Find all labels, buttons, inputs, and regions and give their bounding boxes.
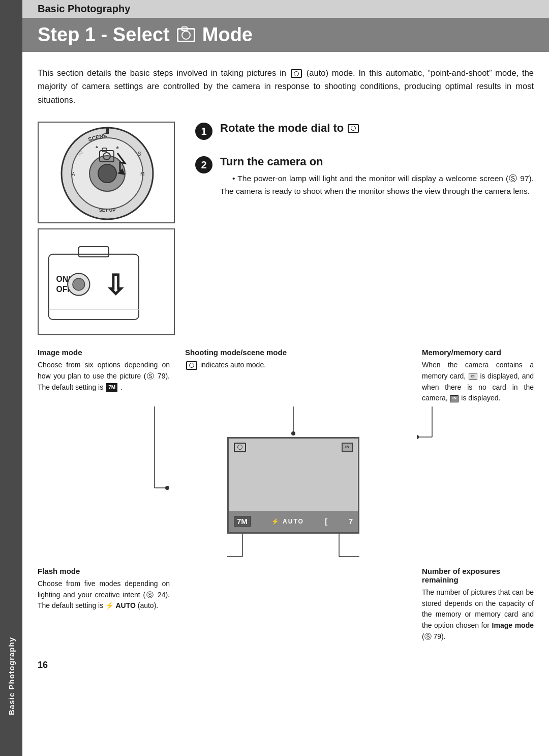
step-1-content: Rotate the mode dial to — [220, 122, 534, 139]
svg-point-29 — [291, 431, 295, 435]
middle-annotation-row: IN 7M ⚡ AUTO [ 7 — [38, 406, 534, 564]
number-title: Number of exposures remaining — [422, 567, 534, 584]
display-number: 7 — [349, 517, 353, 526]
main-content: Basic Photography Step 1 - Select Mode T… — [22, 0, 549, 756]
svg-text:M: M — [140, 171, 144, 177]
memory-area: Memory/memory card When the camera conta… — [417, 348, 534, 404]
onoff-svg: ON/ OFF ⇩ — [39, 228, 174, 335]
svg-point-36 — [417, 435, 419, 439]
memory-card-icon: ▭ — [469, 373, 477, 380]
svg-point-3 — [98, 164, 116, 183]
svg-text:P: P — [79, 151, 83, 157]
svg-text:S: S — [138, 151, 141, 157]
intro-paragraph: This section details the basic steps inv… — [38, 66, 534, 106]
center-spacer — [170, 567, 417, 642]
image-mode-body: Choose from six options depending on how… — [38, 360, 170, 393]
right-connector-svg — [417, 406, 534, 508]
camera-mode-icon-title — [177, 28, 195, 42]
svg-text:A: A — [72, 171, 75, 177]
camera-lcd-display: IN 7M ⚡ AUTO [ 7 — [227, 437, 359, 534]
camera-icon-inline-intro — [291, 69, 302, 78]
top-annotation-row: Image mode Choose from six options depen… — [38, 348, 534, 404]
memory-body: When the camera contains a memory card, … — [422, 360, 534, 404]
camera-onoff-diagram: ON/ OFF ⇩ — [38, 228, 175, 335]
images-column: SCENE SET UP P S A M — [38, 122, 180, 335]
svg-text:SET UP: SET UP — [99, 208, 116, 213]
step-2: 2 Turn the camera on • The power-on lamp… — [195, 155, 534, 198]
steps-section: SCENE SET UP P S A M — [22, 117, 549, 340]
display-bracket-left: [ — [325, 517, 327, 526]
intro-section: This section details the basic steps inv… — [22, 52, 549, 117]
svg-text:♣: ♣ — [116, 145, 119, 150]
shoot-mode-body: indicates auto mode. — [185, 360, 417, 371]
display-flash-value: ⚡ AUTO — [271, 518, 304, 525]
step-title: Step 1 - Select Mode — [38, 24, 253, 46]
step-2-body: • The power-on lamp will light and the m… — [220, 172, 534, 198]
flash-mode-title: Flash mode — [38, 567, 170, 575]
top-connector-svg — [227, 406, 359, 437]
mode-dial-diagram: SCENE SET UP P S A M — [38, 122, 175, 223]
camera-icon-step1 — [348, 124, 359, 133]
display-7m-value: 7M — [234, 516, 251, 527]
header-section: Basic Photography — [22, 0, 549, 18]
page-container: Basic Photography Basic Photography Step… — [0, 0, 549, 756]
display-bottom-bar: 7M ⚡ AUTO [ 7 — [229, 511, 358, 532]
internal-memory-icon: IN — [450, 395, 459, 402]
flash-mode-area: Flash mode Choose from five modes depend… — [38, 567, 170, 642]
display-inner: IN 7M ⚡ AUTO [ 7 — [229, 439, 358, 532]
sidebar-label: Basic Photography — [7, 637, 16, 715]
step-2-number: 2 — [195, 156, 212, 173]
shoot-mode-area: Shooting mode/scene mode indicates auto … — [170, 348, 417, 404]
svg-rect-14 — [106, 127, 109, 134]
bottom-annotation-row: Flash mode Choose from five modes depend… — [38, 567, 534, 642]
page-number: 16 — [22, 650, 549, 681]
svg-text:⇩: ⇩ — [104, 270, 127, 300]
step-1: 1 Rotate the mode dial to — [195, 122, 534, 140]
annotation-layout: Image mode Choose from six options depen… — [22, 340, 549, 650]
step-2-content: Turn the camera on • The power-on lamp w… — [220, 155, 534, 198]
image-mode-title: Image mode — [38, 348, 170, 357]
steps-column: 1 Rotate the mode dial to 2 Turn the cam… — [195, 122, 534, 213]
step-2-heading: Turn the camera on — [220, 155, 534, 168]
bottom-connector-svg — [227, 534, 359, 564]
display-camera-icon — [234, 443, 246, 452]
svg-point-21 — [73, 278, 85, 290]
right-connector-area — [417, 406, 534, 508]
left-connector-area — [38, 406, 170, 508]
image-mode-spacer: Image mode Choose from six options depen… — [38, 348, 170, 404]
7m-icon-text: 7M — [106, 383, 117, 392]
camera-display-area: IN 7M ⚡ AUTO [ 7 — [170, 406, 417, 564]
mode-dial-svg: SCENE SET UP P S A M — [39, 123, 175, 223]
svg-text:▲: ▲ — [95, 144, 99, 149]
section-label: Basic Photography — [38, 3, 130, 14]
step-1-heading: Rotate the mode dial to — [220, 122, 534, 135]
memory-title: Memory/memory card — [422, 348, 534, 357]
shoot-mode-title: Shooting mode/scene mode — [185, 348, 417, 357]
svg-point-27 — [165, 486, 169, 490]
number-exposures-area: Number of exposures remaining The number… — [417, 567, 534, 642]
number-body: The number of pictures that can be store… — [422, 587, 534, 642]
sidebar: Basic Photography — [0, 0, 22, 756]
step-title-bar: Step 1 - Select Mode — [22, 18, 549, 52]
flash-mode-body: Choose from five modes depending on ligh… — [38, 578, 170, 612]
svg-rect-23 — [79, 247, 109, 257]
step-1-number: 1 — [195, 123, 212, 140]
camera-icon-shoot-mode — [186, 361, 197, 370]
display-memory-icon: IN — [342, 443, 353, 452]
left-connector-svg — [38, 406, 170, 508]
